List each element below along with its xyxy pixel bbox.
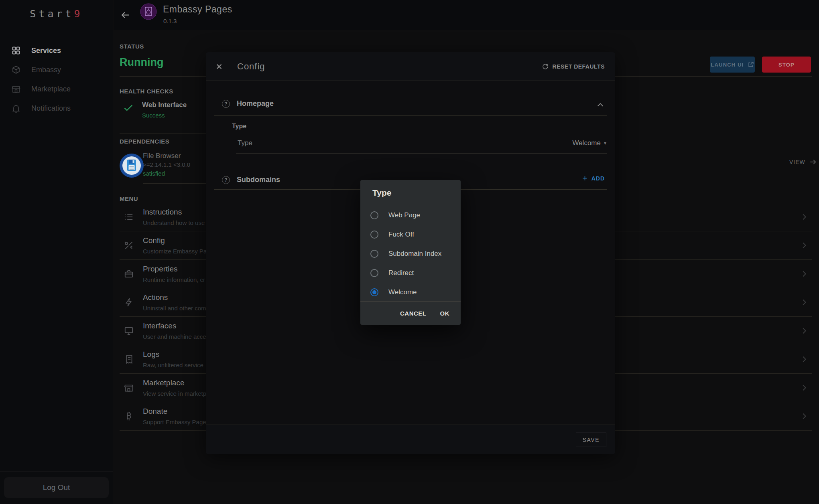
dependency-status: satisfied [143, 170, 165, 177]
sidebar-item-services[interactable]: Services [0, 41, 113, 60]
page-version: 0.1.3 [163, 18, 177, 24]
subdomains-section-header: ? Subdomains [222, 176, 280, 184]
plus-icon [581, 175, 588, 182]
type-dialog-title: Type [372, 188, 391, 198]
homepage-section-header[interactable]: ? Homepage [222, 99, 274, 108]
bell-icon [11, 103, 21, 113]
file-browser-icon [119, 153, 144, 178]
menu-item-label: Config [143, 236, 165, 245]
status-section-label: STATUS [120, 43, 144, 50]
dependency-view-link[interactable]: VIEW [789, 158, 817, 166]
radio-option-label: Welcome [388, 288, 417, 296]
type-select-value: Welcome [572, 139, 601, 147]
launch-ui-label: LAUNCH UI [711, 62, 744, 68]
menu-item-description: Understand how to use [143, 219, 205, 226]
arrow-right-icon [809, 158, 817, 166]
logs-icon [124, 354, 134, 364]
divider [360, 205, 461, 205]
field-underline [236, 154, 607, 154]
refresh-icon [542, 63, 549, 70]
menu-item-description: Runtime information, cr [143, 276, 205, 283]
config-modal-title: Config [237, 61, 265, 72]
radio-icon [370, 288, 378, 296]
list-icon [124, 212, 134, 222]
arrow-left-icon [120, 10, 131, 20]
chevron-right-icon [800, 213, 809, 221]
radio-option-fuck-off[interactable]: Fuck Off [360, 225, 461, 244]
radio-icon [370, 231, 378, 239]
launch-ui-button[interactable]: LAUNCH UI [710, 57, 755, 73]
radio-option-web-page[interactable]: Web Page [360, 206, 461, 225]
briefcase-icon [124, 269, 134, 279]
sidebar-item-label: Notifications [31, 104, 71, 113]
lightning-icon [124, 297, 134, 308]
status-value: Running [120, 56, 163, 69]
chevron-right-icon [800, 326, 809, 335]
app-screen: Start9 Services Embassy Marketplace Noti… [0, 0, 819, 504]
close-icon[interactable] [215, 62, 224, 71]
logo-nine: 9 [74, 8, 83, 20]
chevron-up-icon[interactable] [596, 101, 605, 109]
radio-option-subdomain-index[interactable]: Subdomain Index [360, 244, 461, 263]
start9-logo: Start9 [0, 8, 113, 20]
menu-item-label: Properties [143, 265, 178, 273]
menu-item-label: Logs [143, 350, 159, 359]
sidebar: Start9 Services Embassy Marketplace Noti… [0, 0, 113, 504]
cube-icon [11, 65, 21, 75]
radio-icon [370, 211, 378, 219]
storefront-icon [11, 84, 21, 94]
health-section-label: HEALTH CHECKS [120, 88, 173, 95]
menu-item-label: Instructions [143, 208, 182, 217]
chevron-right-icon [800, 241, 809, 250]
radio-option-label: Web Page [388, 211, 420, 219]
type-dialog: Type Web Page Fuck Off Subdomain Index R… [360, 180, 461, 325]
back-button[interactable] [120, 10, 131, 20]
dependency-name: File Browser [143, 152, 181, 160]
help-icon: ? [222, 100, 230, 108]
radio-option-label: Fuck Off [388, 231, 414, 239]
type-select[interactable]: Welcome▾ [572, 139, 606, 147]
menu-item-label: Actions [143, 293, 168, 302]
menu-item-description: Customize Embassy Pag [143, 248, 210, 255]
chevron-right-icon [800, 355, 809, 364]
menu-item-label: Marketplace [143, 379, 185, 387]
dependencies-section-label: DEPENDENCIES [120, 138, 169, 145]
storefront-icon [124, 383, 134, 393]
add-label: ADD [591, 175, 605, 182]
type-dialog-buttons: CANCEL OK [360, 302, 461, 324]
external-link-icon [748, 61, 754, 68]
dependency-version-range: >=2.14.1.1 <3.0.0 [143, 161, 190, 168]
radio-option-redirect[interactable]: Redirect [360, 263, 461, 283]
bitcoin-icon [124, 411, 134, 421]
menu-item-label: Donate [143, 407, 167, 416]
view-label: VIEW [789, 159, 805, 165]
embassy-pages-app-icon [140, 3, 157, 20]
sidebar-item-notifications[interactable]: Notifications [0, 99, 113, 118]
stop-button[interactable]: STOP [762, 57, 811, 73]
cancel-button[interactable]: CANCEL [400, 310, 427, 317]
menu-item-description: Uninstall and other com [143, 305, 206, 312]
radio-icon [370, 269, 378, 277]
radio-option-label: Redirect [388, 269, 414, 277]
radio-option-welcome[interactable]: Welcome [360, 283, 461, 302]
chevron-right-icon [800, 383, 809, 392]
config-modal-footer: SAVE [206, 425, 615, 454]
logout-button[interactable]: Log Out [4, 477, 109, 498]
type-option-list: Web Page Fuck Off Subdomain Index Redire… [360, 206, 461, 302]
chevron-right-icon [800, 412, 809, 421]
menu-item-description: View service in marketpl [143, 390, 207, 397]
sidebar-item-label: Services [31, 47, 61, 55]
sidebar-divider [0, 472, 113, 472]
config-modal-header: Config RESET DEFAULTS [206, 52, 615, 81]
menu-item-label: Interfaces [143, 322, 176, 330]
sidebar-item-embassy[interactable]: Embassy [0, 60, 113, 79]
sidebar-item-label: Embassy [31, 66, 61, 74]
add-subdomain-button[interactable]: ADD [581, 175, 605, 182]
save-button[interactable]: SAVE [576, 433, 606, 447]
subdomains-section-label: Subdomains [237, 176, 280, 184]
monitor-icon [124, 326, 134, 336]
chevron-right-icon [800, 298, 809, 307]
sidebar-item-marketplace[interactable]: Marketplace [0, 79, 113, 99]
ok-button[interactable]: OK [440, 310, 450, 317]
reset-defaults-button[interactable]: RESET DEFAULTS [542, 63, 605, 70]
